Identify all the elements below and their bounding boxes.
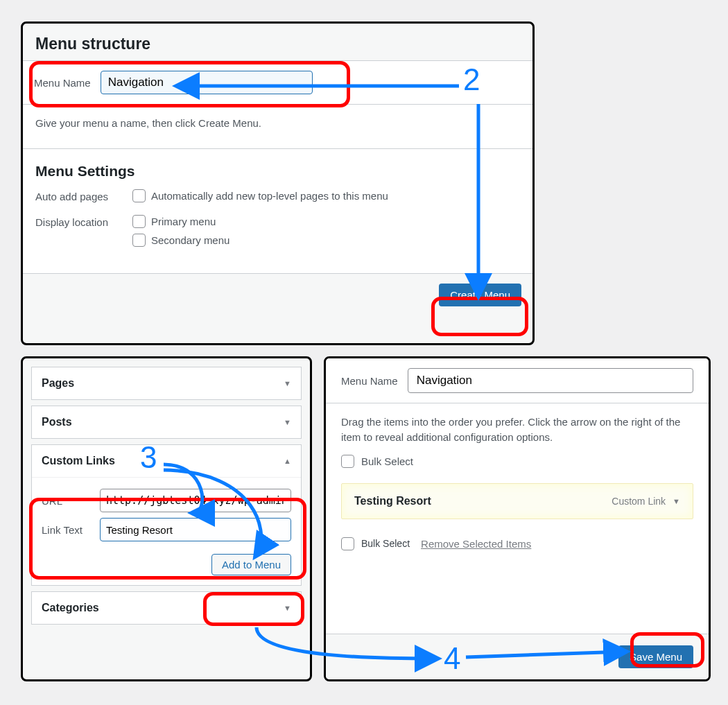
bulk-select-label-bottom: Bulk Select [361,538,410,549]
step-number-3: 3 [140,440,157,475]
menu-name-input-2[interactable] [408,368,693,393]
display-location-label: Display location [35,215,132,228]
primary-menu-option-text: Primary menu [151,216,216,227]
auto-add-pages-option-text: Automatically add new top-level pages to… [151,190,388,202]
bulk-select-checkbox-top[interactable] [341,455,354,468]
menu-item-row[interactable]: Testing Resort Custom Link ▼ [341,483,693,519]
section-title-menu-settings: Menu Settings [35,163,520,180]
menu-item-type: Custom Link [612,496,666,507]
caret-up-icon: ▲ [284,457,291,465]
accordion-categories-label: Categories [42,602,99,614]
link-text-field[interactable] [100,518,291,541]
auto-add-pages-checkbox[interactable] [132,189,146,202]
link-text-field-label: Link Text [42,524,93,536]
menu-item-title: Testing Resort [354,495,431,507]
create-menu-button[interactable]: Create Menu [439,284,521,306]
section-title-menu-structure: Menu structure [23,24,532,60]
menu-order-hint: Drag the items into the order you prefer… [326,403,709,451]
auto-add-pages-label: Auto add pages [35,189,132,202]
accordion-posts[interactable]: Posts ▼ [32,406,301,438]
save-menu-button[interactable]: Save Menu [618,645,693,668]
add-to-menu-button[interactable]: Add to Menu [211,554,291,575]
caret-down-icon: ▼ [284,604,291,612]
remove-selected-link[interactable]: Remove Selected Items [421,538,531,550]
accordion-categories[interactable]: Categories ▼ [32,592,301,624]
accordion-pages[interactable]: Pages ▼ [32,367,301,399]
menu-name-label-2: Menu Name [341,375,398,387]
accordion-posts-label: Posts [42,416,72,428]
accordion-custom-links[interactable]: Custom Links ▲ [32,445,301,477]
accordion-pages-label: Pages [42,377,74,390]
bulk-select-label-top: Bulk Select [361,455,413,467]
caret-down-icon: ▼ [284,379,291,388]
caret-down-icon: ▼ [284,418,291,426]
secondary-menu-option-text: Secondary menu [151,234,229,246]
accordion-custom-links-label: Custom Links [42,455,115,467]
menu-name-input[interactable] [101,71,313,94]
secondary-menu-checkbox[interactable] [132,234,146,247]
step-number-4: 4 [444,641,460,676]
primary-menu-checkbox[interactable] [132,215,146,228]
step-number-2: 2 [463,62,480,97]
bulk-select-checkbox-bottom[interactable] [341,537,354,550]
menu-name-hint: Give your menu a name, then click Create… [23,105,532,149]
url-field[interactable] [100,489,291,512]
menu-name-label: Menu Name [34,77,91,89]
url-field-label: URL [42,495,93,507]
caret-down-icon[interactable]: ▼ [673,497,680,505]
